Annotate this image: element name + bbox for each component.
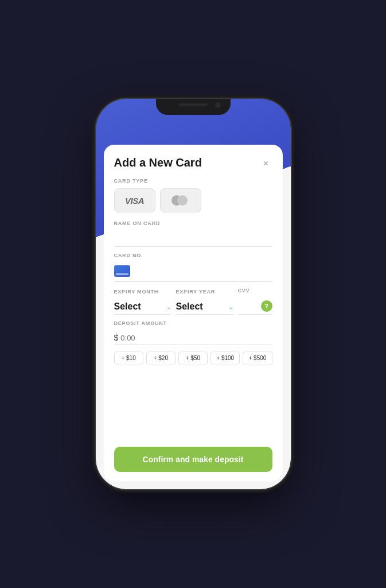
cvv-field: CVV ? bbox=[238, 288, 272, 315]
expiry-year-label: EXPIRY YEAR bbox=[176, 289, 233, 295]
phone-screen: Add a New Card × CARD TYPE VISA bbox=[96, 99, 291, 489]
modal-title: Add a New Card bbox=[114, 156, 202, 169]
expiry-year-field: EXPIRY YEAR Select ⌄ bbox=[176, 289, 233, 315]
expiry-cvv-row: EXPIRY MONTH Select ⌄ EXPIRY YEAR Select… bbox=[114, 288, 272, 315]
card-no-label: CARD NO. bbox=[114, 253, 272, 258]
card-types: VISA bbox=[114, 188, 272, 212]
mastercard-logo bbox=[171, 195, 190, 206]
amount-10-button[interactable]: + $10 bbox=[114, 351, 143, 365]
amount-50-button[interactable]: + $50 bbox=[178, 351, 208, 365]
amount-500-button[interactable]: + $500 bbox=[243, 351, 272, 365]
modal-content: CARD TYPE VISA NAME bbox=[114, 178, 272, 472]
deposit-input[interactable] bbox=[120, 334, 272, 342]
quick-amounts: + $10 + $20 + $50 + $100 + $500 bbox=[114, 351, 272, 365]
amount-20-button[interactable]: + $20 bbox=[146, 351, 176, 365]
confirm-deposit-button[interactable]: Confirm and make deposit bbox=[114, 447, 272, 472]
deposit-amount-section: DEPOSIT AMOUNT $ bbox=[114, 320, 272, 345]
expiry-year-chevron: ⌄ bbox=[228, 303, 233, 311]
speaker bbox=[179, 103, 208, 106]
expiry-month-field: EXPIRY MONTH Select ⌄ bbox=[114, 289, 171, 315]
expiry-month-select[interactable]: Select ⌄ bbox=[114, 299, 171, 315]
cvv-row: ? bbox=[238, 298, 272, 315]
cvv-label: CVV bbox=[238, 288, 272, 293]
expiry-month-value: Select bbox=[114, 301, 141, 312]
name-on-card-input[interactable] bbox=[114, 231, 272, 247]
card-no-input-row bbox=[114, 263, 272, 282]
expiry-month-label: EXPIRY MONTH bbox=[114, 289, 171, 295]
expiry-month-chevron: ⌄ bbox=[166, 303, 171, 311]
visa-option[interactable]: VISA bbox=[114, 188, 155, 212]
cvv-help-button[interactable]: ? bbox=[261, 300, 272, 312]
name-on-card-label: NAME ON CARD bbox=[114, 220, 272, 226]
notch bbox=[156, 99, 231, 115]
currency-symbol: $ bbox=[114, 333, 119, 342]
close-button[interactable]: × bbox=[260, 157, 272, 170]
modal-header: Add a New Card × bbox=[114, 156, 272, 170]
deposit-amount-label: DEPOSIT AMOUNT bbox=[114, 320, 272, 326]
card-type-section: CARD TYPE VISA bbox=[114, 178, 272, 212]
amount-100-button[interactable]: + $100 bbox=[210, 351, 240, 365]
expiry-year-select[interactable]: Select ⌄ bbox=[176, 299, 233, 315]
deposit-input-row: $ bbox=[114, 331, 272, 345]
camera bbox=[215, 102, 221, 108]
cvv-input[interactable] bbox=[238, 302, 258, 311]
name-on-card-section: NAME ON CARD bbox=[114, 220, 272, 247]
phone-frame: Add a New Card × CARD TYPE VISA bbox=[96, 99, 291, 489]
card-no-section: CARD NO. bbox=[114, 253, 272, 282]
card-type-label: CARD TYPE bbox=[114, 178, 272, 184]
expiry-year-value: Select bbox=[176, 301, 203, 312]
mc-right-circle bbox=[177, 195, 188, 206]
mastercard-option[interactable] bbox=[160, 188, 201, 212]
card-chip-icon bbox=[114, 265, 130, 277]
visa-logo: VISA bbox=[125, 196, 144, 206]
card-modal: Add a New Card × CARD TYPE VISA bbox=[104, 145, 283, 481]
